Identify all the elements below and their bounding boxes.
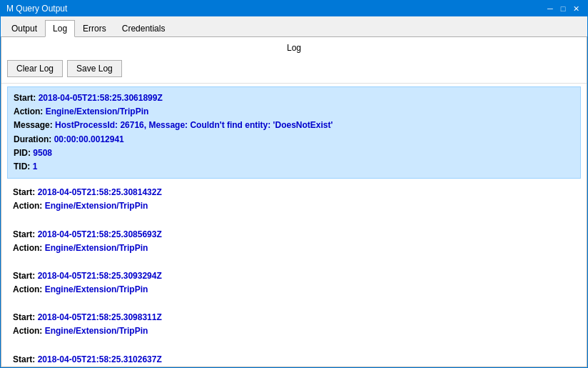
log-section-title: Log xyxy=(1,37,587,57)
log-field-label: TID: xyxy=(14,161,33,171)
log-field-value: Engine/Extension/TripPin xyxy=(45,243,148,253)
log-entry[interactable]: Start: 2018-04-05T21:58:25.3085693ZActio… xyxy=(7,224,581,259)
log-field-value: 2018-04-05T21:58:25.3061899Z xyxy=(39,93,163,103)
log-field: Start: 2018-04-05T21:58:25.3085693Z xyxy=(13,228,575,242)
log-field-label: Start: xyxy=(13,312,38,322)
log-field-label: Start: xyxy=(14,93,39,103)
log-field-label: Start: xyxy=(13,271,38,281)
log-field: Action: Engine/Extension/TripPin xyxy=(13,199,575,213)
clear-log-button[interactable]: Clear Log xyxy=(7,60,63,77)
window-controls: ─ □ ✕ xyxy=(544,3,582,14)
main-window: M Query Output ─ □ ✕ Output Log Errors C… xyxy=(0,0,588,368)
log-field: Duration: 00:00:00.0012941 xyxy=(14,133,574,146)
log-field-value: 2018-04-05T21:58:25.3102637Z xyxy=(38,354,162,364)
log-field: Action: Engine/Extension/TripPin xyxy=(13,242,575,255)
close-button[interactable]: ✕ xyxy=(570,3,582,14)
content-area: Log Clear Log Save Log Start: 2018-04-05… xyxy=(1,37,587,367)
log-field-label: Action: xyxy=(13,326,45,336)
tab-credentials[interactable]: Credentials xyxy=(114,20,173,37)
log-field-label: Start: xyxy=(13,354,38,364)
save-log-button[interactable]: Save Log xyxy=(67,60,122,77)
tab-log[interactable]: Log xyxy=(45,20,75,37)
log-field-value: 9508 xyxy=(33,148,52,158)
maximize-button[interactable]: □ xyxy=(557,3,569,14)
minimize-button[interactable]: ─ xyxy=(544,3,556,14)
log-field-value: Engine/Extension/TripPin xyxy=(45,284,148,294)
window-title: M Query Output xyxy=(6,4,67,14)
log-field: TID: 1 xyxy=(14,160,574,174)
log-field-label: Start: xyxy=(13,187,38,197)
log-entry[interactable]: Start: 2018-04-05T21:58:25.3098311ZActio… xyxy=(7,307,581,342)
log-area[interactable]: Start: 2018-04-05T21:58:25.3061899ZActio… xyxy=(1,83,587,367)
log-field-label: Action: xyxy=(13,243,45,253)
tab-errors[interactable]: Errors xyxy=(75,20,114,37)
log-field: Start: 2018-04-05T21:58:25.3061899Z xyxy=(14,91,574,105)
log-field: Action: Engine/Extension/TripPin xyxy=(13,324,575,338)
log-field-label: Duration: xyxy=(14,134,54,144)
log-field-value: 2018-04-05T21:58:25.3093294Z xyxy=(38,271,162,281)
toolbar: Clear Log Save Log xyxy=(1,57,587,83)
tab-bar: Output Log Errors Credentials xyxy=(1,16,587,37)
log-field: Action: Engine/Extension/TripPin xyxy=(13,283,575,297)
log-field-label: Action: xyxy=(14,106,46,116)
log-entry[interactable]: Start: 2018-04-05T21:58:25.3093294ZActio… xyxy=(7,265,581,301)
log-field: PID: 9508 xyxy=(14,146,574,160)
tab-output[interactable]: Output xyxy=(4,20,45,37)
log-field-value: 00:00:00.0012941 xyxy=(54,134,124,144)
log-field: Start: 2018-04-05T21:58:25.3081432Z xyxy=(13,186,575,199)
log-field-label: Action: xyxy=(13,201,45,211)
title-bar: M Query Output ─ □ ✕ xyxy=(1,1,587,16)
log-field-value: 2018-04-05T21:58:25.3098311Z xyxy=(38,312,162,322)
log-field-label: PID: xyxy=(14,148,33,158)
log-field: Start: 2018-04-05T21:58:25.3102637Z xyxy=(13,353,575,367)
log-entry[interactable]: Start: 2018-04-05T21:58:25.3081432ZActio… xyxy=(7,181,581,217)
log-field: Start: 2018-04-05T21:58:25.3098311Z xyxy=(13,311,575,324)
log-field-value: Engine/Extension/TripPin xyxy=(45,326,148,336)
log-entry[interactable]: Start: 2018-04-05T21:58:25.3061899ZActio… xyxy=(7,86,581,179)
log-entry[interactable]: Start: 2018-04-05T21:58:25.3102637ZActio… xyxy=(7,349,581,367)
log-field-value: HostProcessId: 26716, Message: Couldn't … xyxy=(55,120,333,130)
log-field-value: Engine/Extension/TripPin xyxy=(45,201,148,211)
log-field: Start: 2018-04-05T21:58:25.3093294Z xyxy=(13,269,575,283)
log-field-value: 1 xyxy=(33,161,38,171)
log-field: Action: Engine/Extension/TripPin xyxy=(14,105,574,119)
log-field-value: 2018-04-05T21:58:25.3081432Z xyxy=(38,187,162,197)
log-field-label: Action: xyxy=(13,284,45,294)
log-field-label: Start: xyxy=(13,229,38,239)
log-field: Message: HostProcessId: 26716, Message: … xyxy=(14,119,574,132)
log-field-value: Engine/Extension/TripPin xyxy=(46,106,149,116)
log-field-label: Message: xyxy=(14,120,55,130)
log-field-value: 2018-04-05T21:58:25.3085693Z xyxy=(38,229,162,239)
